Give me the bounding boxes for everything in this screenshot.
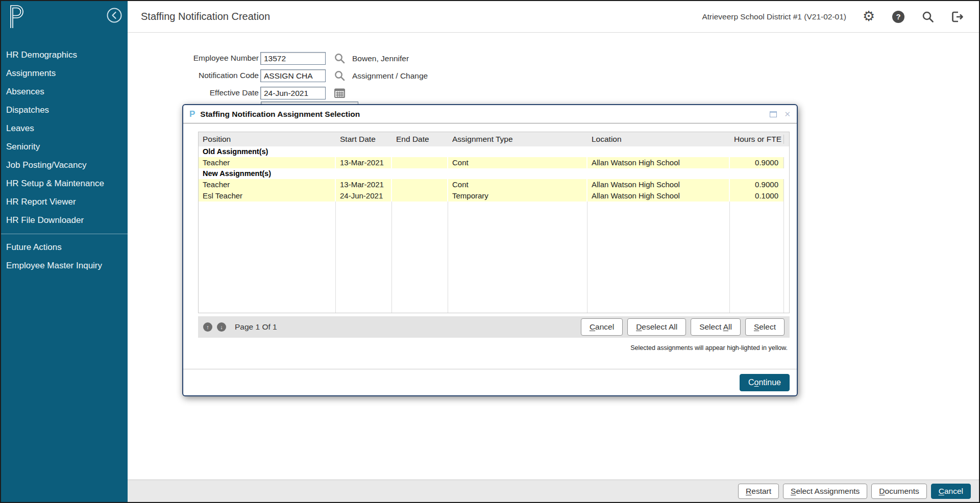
powerschool-logo-icon [7,4,26,30]
assignment-table: PositionStart DateEnd DateAssignment Typ… [198,132,790,313]
sidebar-collapse-button[interactable] [106,7,122,23]
settings-gear-icon[interactable]: ⚙ [862,10,876,24]
top-header: Staffing Notification Creation Atrieveer… [128,1,979,33]
cell-hours-or-fte: 0.1000 [730,190,784,202]
column-header-end-date: End Date [392,135,448,144]
sidebar-item-future-actions[interactable]: Future Actions [1,238,128,257]
notification-code-label: Notification Code [126,71,259,80]
pager-actions: CancelDeselect AllSelect AllSelect [581,318,785,336]
column-header-start-date: Start Date [336,135,392,144]
logout-icon[interactable] [950,10,965,24]
deselect-all-button[interactable]: Deselect All [627,318,686,336]
modal-footer: Continue [183,369,797,395]
select-all-button[interactable]: Select All [691,318,741,336]
district-label: Atrieveerp School District #1 (V21-02-01… [702,12,846,21]
continue-button[interactable]: Continue [740,374,790,391]
calendar-icon[interactable] [334,87,346,98]
sidebar: HR DemographicsAssignmentsAbsencesDispat… [1,1,128,502]
cell-location: Allan Watson High School [587,157,730,168]
sidebar-item-hr-report-viewer[interactable]: HR Report Viewer [1,193,128,211]
sidebar-item-leaves[interactable]: Leaves [1,119,128,138]
search-icon[interactable] [921,10,935,24]
cell-hours-or-fte: 0.9000 [730,179,784,190]
assignment-selection-modal: P Staffing Notification Assignment Selec… [182,104,798,396]
assignment-row[interactable]: Esl Teacher24-Jun-2021TemporaryAllan Wat… [199,190,789,202]
sidebar-nav-secondary: Future ActionsEmployee Master Inquiry [1,238,128,275]
sidebar-item-hr-setup-maintenance[interactable]: HR Setup & Maintenance [1,174,128,193]
cell-position: Teacher [199,179,336,190]
page-indicator: Page 1 Of 1 [235,322,277,332]
sidebar-item-assignments[interactable]: Assignments [1,64,128,83]
column-header-position: Position [199,135,336,144]
cell-start-date: 24-Jun-2021 [336,190,392,202]
cell-position: Esl Teacher [199,190,336,202]
cell-end-date [392,179,448,190]
group-header-row: New Assignment(s) [199,168,789,179]
assignment-row[interactable]: Teacher13-Mar-2021ContAllan Watson High … [199,157,789,168]
employee-number-label: Employee Number [126,54,259,63]
modal-titlebar: P Staffing Notification Assignment Selec… [183,105,797,123]
sidebar-header [1,1,128,31]
cell-end-date [392,190,448,202]
assignment-row[interactable]: Teacher13-Mar-2021ContAllan Watson High … [199,179,789,190]
sidebar-item-hr-file-downloader[interactable]: HR File Downloader [1,211,128,230]
page-down-icon[interactable]: ↓ [217,322,226,332]
row-gutter [784,179,789,190]
selection-note: Selected assignments will appear high-li… [198,344,790,351]
select-assignments-button[interactable]: Select Assignments [783,484,867,499]
notification-code-input[interactable] [260,69,326,82]
cell-start-date: 13-Mar-2021 [336,157,392,168]
restart-button[interactable]: Restart [738,484,779,499]
sidebar-item-employee-master-inquiry[interactable]: Employee Master Inquiry [1,257,128,275]
table-empty-area [199,202,789,313]
employee-name-text: Bowen, Jennifer [352,54,409,63]
cell-end-date [392,157,448,168]
bottom-action-bar: RestartSelect AssignmentsDocumentsCancel [128,480,979,502]
sidebar-item-dispatches[interactable]: Dispatches [1,101,128,119]
row-gutter [784,190,789,202]
help-icon[interactable]: ? [891,10,905,24]
page-title: Staffing Notification Creation [141,11,270,22]
cell-location: Allan Watson High School [587,179,730,190]
employee-lookup-icon[interactable] [334,53,346,64]
sidebar-nav-primary: HR DemographicsAssignmentsAbsencesDispat… [1,46,128,230]
pager-bar: ↑ ↓ Page 1 Of 1 CancelDeselect AllSelect… [198,316,790,338]
cancel-button[interactable]: Cancel [581,318,623,336]
group-header-row: Old Assignment(s) [199,146,789,157]
cell-assignment-type: Cont [448,157,587,168]
modal-logo-icon: P [189,109,195,119]
sidebar-item-seniority[interactable]: Seniority [1,138,128,156]
header-right-cluster: Atrieveerp School District #1 (V21-02-01… [702,10,965,24]
effective-date-label: Effective Date [126,88,259,97]
cancel-button[interactable]: Cancel [931,484,971,499]
modal-body: PositionStart DateEnd DateAssignment Typ… [183,123,797,369]
effective-date-input[interactable] [260,87,326,99]
notification-desc-text: Assignment / Change [352,71,428,81]
cell-start-date: 13-Mar-2021 [336,179,392,190]
cell-assignment-type: Temporary [448,190,587,202]
notification-lookup-icon[interactable] [334,70,346,82]
sidebar-nav: HR DemographicsAssignmentsAbsencesDispat… [1,46,128,275]
column-header-location: Location [587,135,730,144]
cell-hours-or-fte: 0.9000 [730,157,784,168]
sidebar-item-hr-demographics[interactable]: HR Demographics [1,46,128,64]
select-button[interactable]: Select [745,318,785,336]
documents-button[interactable]: Documents [871,484,926,499]
cell-position: Teacher [199,157,336,168]
sidebar-item-job-posting-vacancy[interactable]: Job Posting/Vacancy [1,156,128,174]
assignment-table-header: PositionStart DateEnd DateAssignment Typ… [199,132,789,146]
close-icon[interactable]: ✕ [784,110,791,118]
modal-title: Staffing Notification Assignment Selecti… [200,110,360,119]
page-up-icon[interactable]: ↑ [203,322,212,332]
employee-number-input[interactable] [260,52,326,65]
cell-location: Allan Watson High School [587,190,730,202]
sidebar-divider [1,234,128,234]
cell-assignment-type: Cont [448,179,587,190]
app-window: HR DemographicsAssignmentsAbsencesDispat… [0,0,980,503]
sidebar-item-absences[interactable]: Absences [1,83,128,101]
column-header-assignment-type: Assignment Type [448,135,587,144]
row-gutter [784,157,789,168]
column-header-hours-or-fte: Hours or FTE [730,135,784,144]
maximize-icon[interactable] [770,111,777,117]
assignment-table-body: Old Assignment(s)Teacher13-Mar-2021ContA… [199,146,789,313]
